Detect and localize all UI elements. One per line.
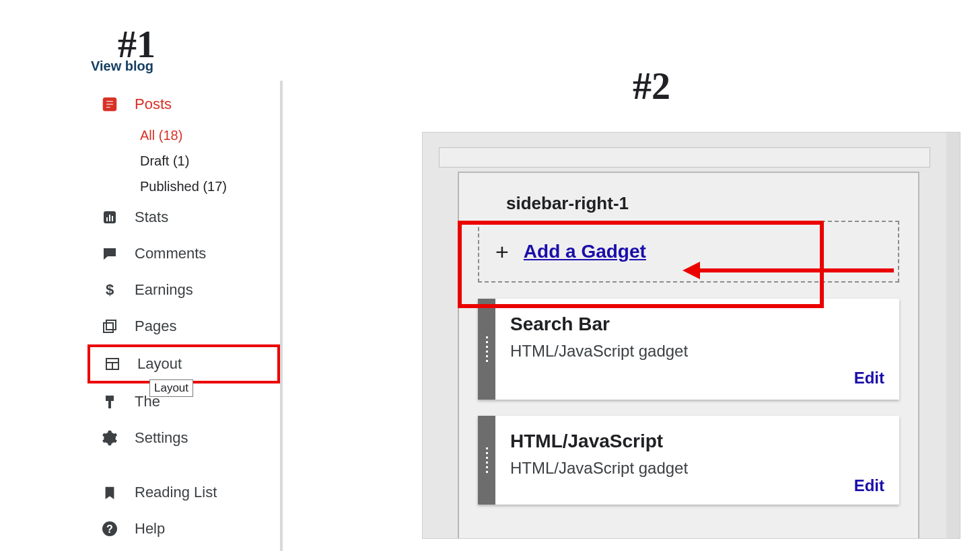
svg-rect-3: [106, 106, 111, 108]
nav-item-posts[interactable]: Posts: [88, 86, 280, 122]
svg-text:?: ?: [106, 523, 113, 535]
layout-tooltip: Layout: [149, 379, 193, 397]
svg-text:$: $: [106, 282, 114, 298]
nav-settings-label: Settings: [135, 429, 188, 447]
svg-rect-7: [112, 216, 113, 221]
nav-stats-label: Stats: [135, 209, 168, 226]
step-2-label: #2: [633, 67, 670, 105]
gadget-body: HTML/JavaScript HTML/JavaScript gadget E…: [495, 416, 899, 505]
gadget-title: HTML/JavaScript: [510, 431, 884, 452]
gadget-card[interactable]: HTML/JavaScript HTML/JavaScript gadget E…: [478, 416, 899, 505]
annotation-arrow-line: [692, 268, 894, 272]
svg-rect-14: [106, 396, 114, 401]
vertical-scrollbar[interactable]: [946, 133, 960, 538]
comments-icon: [100, 244, 120, 264]
blogger-sidebar-panel: View blog Posts All (18) Draft (1) Publi…: [81, 22, 283, 551]
sidebar-right-1-section: sidebar-right-1 + Add a Gadget Search Ba…: [458, 172, 919, 539]
earnings-icon: $: [100, 280, 120, 300]
nav-item-comments[interactable]: Comments: [88, 235, 280, 272]
section-title: sidebar-right-1: [506, 193, 899, 214]
nav-item-settings[interactable]: Settings: [88, 420, 280, 456]
layout-strip-above: [439, 147, 930, 168]
help-icon: ?: [100, 519, 120, 539]
layout-editor-panel: sidebar-right-1 + Add a Gadget Search Ba…: [422, 132, 960, 539]
nav-item-help[interactable]: ? Help: [88, 511, 280, 547]
nav-item-earnings[interactable]: $ Earnings: [88, 272, 280, 308]
gadget-body: Search Bar HTML/JavaScript gadget Edit: [495, 299, 899, 400]
svg-rect-9: [106, 320, 116, 330]
posts-icon: [100, 94, 120, 114]
nav-item-reading-list[interactable]: Reading List: [88, 474, 280, 511]
posts-draft[interactable]: Draft (1): [140, 148, 280, 174]
add-gadget-link[interactable]: Add a Gadget: [524, 241, 646, 262]
nav-item-layout[interactable]: Layout: [88, 344, 280, 383]
gadget-subtitle: HTML/JavaScript gadget: [510, 459, 884, 478]
plus-icon: +: [495, 239, 509, 265]
gadget-edit-link[interactable]: Edit: [854, 369, 884, 388]
sidebar-nav: Posts All (18) Draft (1) Published (17) …: [88, 81, 283, 551]
svg-rect-15: [108, 401, 111, 408]
theme-icon: [100, 392, 120, 412]
svg-rect-2: [106, 104, 114, 105]
nav-reading-list-label: Reading List: [135, 484, 217, 501]
svg-rect-1: [106, 101, 114, 102]
svg-rect-10: [104, 323, 113, 332]
nav-item-stats[interactable]: Stats: [88, 199, 280, 235]
nav-comments-label: Comments: [135, 245, 206, 262]
reading-list-icon: [100, 482, 120, 503]
nav-posts-label: Posts: [135, 96, 172, 113]
nav-earnings-label: Earnings: [135, 281, 193, 299]
drag-handle-icon[interactable]: [478, 416, 495, 505]
posts-published[interactable]: Published (17): [140, 174, 280, 199]
pages-icon: [100, 316, 120, 336]
nav-help-label: Help: [135, 520, 165, 538]
gadget-title: Search Bar: [510, 314, 884, 335]
nav-item-pages[interactable]: Pages: [88, 308, 280, 344]
settings-icon: [100, 428, 120, 448]
posts-sub-items: All (18) Draft (1) Published (17): [140, 122, 280, 199]
view-blog-link[interactable]: View blog: [91, 59, 283, 74]
stats-icon: [100, 207, 120, 227]
gadget-edit-link[interactable]: Edit: [854, 476, 884, 495]
posts-all[interactable]: All (18): [140, 122, 280, 148]
gadget-card[interactable]: Search Bar HTML/JavaScript gadget Edit: [478, 299, 899, 400]
svg-rect-6: [109, 215, 110, 221]
nav-pages-label: Pages: [135, 318, 176, 335]
svg-rect-5: [106, 217, 108, 221]
gadget-subtitle: HTML/JavaScript gadget: [510, 342, 884, 361]
drag-handle-icon[interactable]: [478, 299, 495, 400]
layout-icon: [102, 354, 123, 374]
nav-divider: [88, 468, 280, 469]
annotation-arrow-head: [682, 262, 700, 279]
nav-layout-label: Layout: [137, 355, 182, 373]
